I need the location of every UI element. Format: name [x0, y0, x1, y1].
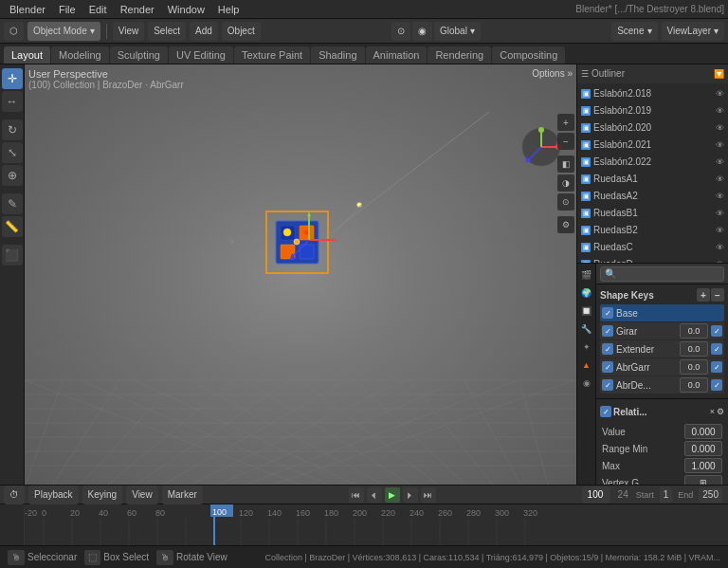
overlay-btn[interactable]: ⊙	[557, 193, 574, 211]
transform-global-btn[interactable]: Global ▾	[434, 22, 481, 41]
visibility-icon[interactable]: 👁	[716, 209, 724, 218]
remove-shape-key-btn[interactable]: −	[711, 288, 724, 302]
shape-key-mute[interactable]: ✓	[711, 379, 722, 391]
shape-key-extender[interactable]: ✓ Extender 0.0 ✓	[600, 340, 724, 357]
value-field[interactable]: 0.000	[684, 424, 722, 439]
viewport-options-btn[interactable]: Options »	[532, 68, 573, 79]
tab-modeling[interactable]: Modeling	[51, 46, 109, 64]
outliner-item-ruedasD[interactable]: ▣ RuedasD 👁	[577, 256, 728, 263]
material-props-icon[interactable]: ◉	[578, 375, 595, 392]
particles-props-icon[interactable]: ✦	[578, 339, 595, 356]
start-frame-field[interactable]: 1	[660, 487, 673, 503]
tab-shading[interactable]: Shading	[311, 46, 364, 64]
timeline-editor-type[interactable]: ⏱	[4, 486, 25, 504]
current-frame-display[interactable]: 100	[582, 486, 610, 504]
relative-settings-icon[interactable]: ⚙	[717, 407, 724, 416]
cursor-tool[interactable]: ✛	[2, 68, 23, 89]
visibility-icon[interactable]: 👁	[716, 226, 724, 235]
shape-key-value[interactable]: 0.0	[680, 359, 708, 375]
view-menu-timeline-btn[interactable]: View	[126, 486, 158, 504]
file-menu[interactable]: File	[53, 1, 82, 18]
scene-btn[interactable]: Scene ▾	[611, 22, 657, 41]
visibility-icon[interactable]: 👁	[716, 243, 724, 252]
viewlayer-btn[interactable]: ViewLayer ▾	[662, 22, 725, 41]
gizmo-toggle-btn[interactable]: ⚙	[557, 216, 574, 233]
shape-key-value[interactable]: 0.0	[680, 377, 708, 393]
outliner-item-eslabon21[interactable]: ▣ Eslabón2.021 👁	[577, 137, 728, 154]
snap-btn[interactable]: ⊙	[391, 22, 410, 41]
move-tool[interactable]: ↔	[2, 91, 23, 112]
tab-sculpting[interactable]: Sculpting	[110, 46, 168, 64]
tab-compositing[interactable]: Compositing	[492, 46, 565, 64]
zoom-in-btn[interactable]: +	[557, 114, 574, 131]
max-field[interactable]: 1.000	[684, 458, 722, 473]
annotate-tool[interactable]: ✎	[2, 193, 23, 214]
visibility-icon[interactable]: 👁	[716, 106, 724, 116]
object-props-icon[interactable]: 🔲	[578, 302, 595, 320]
shape-key-abrde[interactable]: ✓ AbrDe... 0.0 ✓	[600, 376, 724, 394]
visibility-icon[interactable]: 👁	[716, 260, 724, 263]
modifier-props-icon[interactable]: 🔧	[578, 321, 595, 338]
outliner-content[interactable]: ▣ Eslabón2.018 👁 ▣ Eslabón2.019 👁 ▣ Esla…	[577, 83, 728, 263]
shape-key-base[interactable]: ✓ Base	[600, 304, 724, 321]
outliner-item-eslabon20[interactable]: ▣ Eslabón2.020 👁	[577, 119, 728, 137]
filter-icon[interactable]: 🔽	[714, 69, 724, 79]
mesh-props-icon[interactable]: ▲	[578, 357, 595, 374]
visibility-icon[interactable]: 👁	[716, 89, 724, 99]
visibility-icon[interactable]: 👁	[716, 174, 724, 184]
prev-frame-btn[interactable]: ⏴	[367, 487, 382, 503]
shape-key-value[interactable]: 0.0	[680, 341, 708, 357]
transform-tool[interactable]: ⊕	[2, 165, 23, 186]
tab-animation[interactable]: Animation	[366, 46, 428, 64]
shape-key-checkbox[interactable]: ✓	[602, 307, 613, 319]
range-min-field[interactable]: 0.000	[684, 441, 722, 456]
edit-menu[interactable]: Edit	[83, 1, 113, 18]
shape-key-checkbox[interactable]: ✓	[602, 361, 613, 373]
shape-key-checkbox[interactable]: ✓	[602, 325, 613, 337]
blender-menu[interactable]: Blender	[4, 1, 51, 18]
zoom-out-btn[interactable]: −	[557, 133, 574, 150]
visibility-icon[interactable]: 👁	[716, 123, 724, 133]
shape-key-mute[interactable]: ✓	[711, 361, 722, 373]
properties-search-input[interactable]	[600, 266, 724, 282]
add-menu-btn[interactable]: Add	[190, 22, 218, 41]
jump-start-btn[interactable]: ⏮	[349, 487, 364, 503]
outliner-item-eslabon22[interactable]: ▣ Eslabón2.022 👁	[577, 154, 728, 171]
scale-tool[interactable]: ⤡	[2, 142, 23, 163]
measure-tool[interactable]: 📏	[2, 216, 23, 237]
play-btn[interactable]: ▶	[385, 487, 400, 503]
object-menu-btn[interactable]: Object	[222, 22, 261, 41]
next-frame-btn[interactable]: ⏵	[403, 487, 418, 503]
help-menu[interactable]: Help	[212, 1, 246, 18]
viewport-shading-btn[interactable]: ◑	[557, 174, 574, 192]
world-props-icon[interactable]: 🌍	[578, 284, 595, 302]
add-shape-key-btn[interactable]: +	[697, 288, 710, 302]
add-cube-tool[interactable]: ⬛	[2, 245, 23, 266]
marker-menu-btn[interactable]: Marker	[162, 486, 203, 504]
jump-end-btn[interactable]: ⏭	[421, 487, 436, 503]
timeline-ruler[interactable]: -20 0 20 40 60 80 100 120 140	[0, 504, 728, 545]
shape-key-girar[interactable]: ✓ Girar 0.0 ✓	[600, 322, 724, 339]
keying-menu-btn[interactable]: Keying	[82, 486, 123, 504]
select-menu-btn[interactable]: Select	[148, 22, 186, 41]
outliner-item-ruedasA2[interactable]: ▣ RuedasA2 👁	[577, 188, 728, 205]
render-menu[interactable]: Render	[115, 1, 160, 18]
tab-rendering[interactable]: Rendering	[428, 46, 491, 64]
shape-key-abrgarr[interactable]: ✓ AbrGarr 0.0 ✓	[600, 358, 724, 376]
visibility-icon[interactable]: 👁	[716, 140, 724, 150]
relative-expand-icon[interactable]: ×	[710, 407, 715, 416]
outliner-item-ruedasB2[interactable]: ▣ RuedasB2 👁	[577, 222, 728, 239]
shape-key-value[interactable]: 0.0	[680, 323, 708, 339]
outliner-item-eslabon18[interactable]: ▣ Eslabón2.018 👁	[577, 85, 728, 102]
proportional-btn[interactable]: ◉	[412, 22, 432, 41]
shape-key-checkbox[interactable]: ✓	[602, 343, 613, 355]
scene-props-icon[interactable]: 🎬	[578, 266, 595, 284]
render-mode-btn[interactable]: ◧	[557, 156, 574, 173]
view-menu-btn[interactable]: View	[113, 22, 145, 41]
outliner-item-ruedasC[interactable]: ▣ RuedasC 👁	[577, 239, 728, 256]
shape-key-checkbox[interactable]: ✓	[602, 379, 613, 391]
tab-uv-editing[interactable]: UV Editing	[169, 46, 233, 64]
shape-key-mute[interactable]: ✓	[711, 325, 722, 337]
playback-menu-btn[interactable]: Playback	[28, 486, 79, 504]
tab-layout[interactable]: Layout	[4, 46, 50, 64]
